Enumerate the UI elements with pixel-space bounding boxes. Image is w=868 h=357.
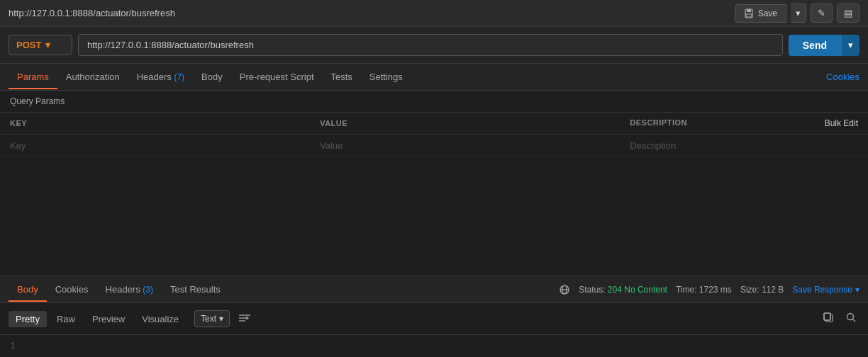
view-pretty-button[interactable]: Pretty [9,311,47,327]
save-button[interactable]: Save [735,4,786,23]
svg-rect-1 [747,9,751,12]
copy-icon [823,312,834,323]
wrap-icon [238,313,251,323]
method-select[interactable]: POST ▾ [9,35,72,55]
send-btn-group: Send ▾ [789,35,859,56]
bulk-edit-button[interactable]: Bulk Edit [825,118,858,128]
tab-response-headers[interactable]: Headers (3) [97,277,162,302]
window-title: http://127.0.0.1:8888/actuator/busrefres… [9,8,175,18]
value-cell[interactable]: Value [310,135,620,157]
tab-response-cookies[interactable]: Cookies [47,277,97,302]
send-button[interactable]: Send [789,35,841,56]
send-dropdown-button[interactable]: ▾ [841,35,859,56]
description-cell[interactable]: Description [620,135,868,157]
tab-body[interactable]: Body [193,64,231,89]
query-params-label: Query Params [0,91,868,113]
tab-authorization[interactable]: Authorization [57,64,128,89]
svg-point-12 [847,314,854,320]
view-preview-button[interactable]: Preview [85,311,132,327]
copy-button[interactable] [820,309,837,329]
search-icon [845,312,857,323]
tab-params[interactable]: Params [9,64,57,89]
view-bar: Pretty Raw Preview Visualize Text ▾ [0,303,868,335]
status-label: Status: 204 No Content [579,285,667,295]
status-text: No Content [624,285,667,295]
svg-line-13 [853,319,856,322]
comment-button[interactable]: ▤ [837,4,859,23]
view-raw-button[interactable]: Raw [50,311,82,327]
svg-rect-10 [824,313,830,320]
time-label: Time: 1723 ms [676,285,732,295]
save-response-button[interactable]: Save Response ▾ [792,285,859,295]
tab-pre-request-script[interactable]: Pre-request Script [231,64,323,89]
title-bar-actions: Save ▾ ✎ ▤ [735,4,859,23]
params-section: Query Params KEY VALUE DESCRIPTION Bulk … [0,91,868,157]
view-visualize-button[interactable]: Visualize [135,311,186,327]
tab-response-body[interactable]: Body [9,277,47,302]
request-tabs: Params Authorization Headers (7) Body Pr… [0,64,868,91]
table-row: Key Value Description [0,135,868,157]
status-code: 204 [608,285,622,295]
view-bar-right [820,309,859,329]
col-header-key: KEY [0,113,310,135]
line-numbers: 1 [10,341,16,351]
tab-settings[interactable]: Settings [361,64,411,89]
tab-test-results[interactable]: Test Results [162,277,229,302]
col-header-value: VALUE [310,113,620,135]
format-select[interactable]: Text ▾ [194,310,230,327]
search-button[interactable] [842,309,859,329]
tab-tests[interactable]: Tests [323,64,361,89]
params-table: KEY VALUE DESCRIPTION Bulk Edit Key [0,113,868,157]
code-area: 1 [0,335,868,357]
key-cell[interactable]: Key [0,135,310,157]
col-header-description: DESCRIPTION Bulk Edit [620,113,868,135]
cookies-link[interactable]: Cookies [826,72,859,82]
title-bar: http://127.0.0.1:8888/actuator/busrefres… [0,0,868,27]
svg-rect-2 [746,14,752,17]
bottom-section: Body Cookies Headers (3) Test Results St… [0,276,868,357]
save-dropdown-button[interactable]: ▾ [791,4,806,23]
url-bar: POST ▾ Send ▾ [0,27,868,64]
save-icon [744,8,754,18]
bottom-tabs-bar: Body Cookies Headers (3) Test Results St… [0,276,868,303]
edit-button[interactable]: ✎ [811,4,833,23]
wrap-button[interactable] [235,310,254,328]
tab-headers[interactable]: Headers (7) [128,64,193,89]
url-input[interactable] [78,34,783,56]
status-bar: Status: 204 No Content Time: 1723 ms Siz… [559,284,859,295]
size-label: Size: 112 B [740,285,784,295]
globe-icon [559,284,570,295]
